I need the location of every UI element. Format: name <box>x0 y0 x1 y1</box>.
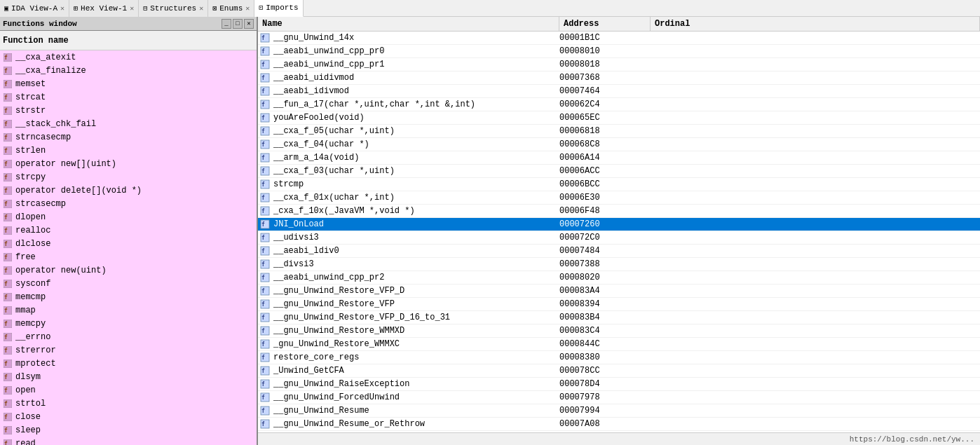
import-row[interactable]: f __fun_a_17(char *,uint,char *,int &,in… <box>258 98 980 111</box>
import-row-address: 00007484 <box>559 246 651 256</box>
import-row-address: 000068C8 <box>559 139 651 149</box>
import-row[interactable]: f __aeabi_unwind_cpp_pr100008018 <box>258 58 980 71</box>
functions-title: Functions window <box>3 20 77 28</box>
function-item[interactable]: f strtol <box>0 397 257 410</box>
function-item[interactable]: f sysconf <box>0 277 257 290</box>
function-item[interactable]: f dlopen <box>0 210 257 224</box>
tab-hex-view-1-label: Hex View-1 <box>81 4 127 13</box>
import-row[interactable]: f __gnu_Unwind_RaiseException000078D4 <box>258 378 980 391</box>
import-row[interactable]: f __udivsi3000072C0 <box>258 231 980 245</box>
maximize-button[interactable]: □ <box>233 19 243 29</box>
function-item[interactable]: f realloc <box>0 224 257 237</box>
function-item[interactable]: f memcpy <box>0 317 257 330</box>
import-row-icon: f <box>258 339 272 349</box>
function-item[interactable]: f free <box>0 250 257 263</box>
import-row[interactable]: f __gnu_Unwind_ForcedUnwind00007978 <box>258 391 980 404</box>
tab-enums-close[interactable]: ✕ <box>245 4 250 13</box>
import-row[interactable]: f __cxa_f_04(uchar *)000068C8 <box>258 138 980 151</box>
import-row[interactable]: f __divsi300007388 <box>258 258 980 271</box>
function-item[interactable]: f memcmp <box>0 290 257 303</box>
import-row[interactable]: f restore_core_regs00008380 <box>258 351 980 364</box>
function-item[interactable]: f open <box>0 383 257 397</box>
import-row[interactable]: f _gnu_Unwind_Restore_WMMXC0000844C <box>258 338 980 351</box>
import-row[interactable]: f __gnu_Unwind_Resume_or_Rethrow00007A08 <box>258 418 980 431</box>
function-item-name: dlsym <box>15 372 41 382</box>
function-item[interactable]: f strstr <box>0 104 257 117</box>
function-item[interactable]: f __errno <box>0 330 257 343</box>
function-item[interactable]: f mprotect <box>0 357 257 370</box>
import-row[interactable]: f __cxa_f_03(uchar *,uint)00006ACC <box>258 165 980 178</box>
import-row-icon: f <box>258 193 272 203</box>
import-row[interactable]: f __arm_a_14a(void)00006A14 <box>258 151 980 165</box>
svg-text:f: f <box>4 161 8 167</box>
function-item[interactable]: f strerror <box>0 343 257 357</box>
function-item-icon: f <box>3 425 13 435</box>
function-item-name: strcasecmp <box>15 199 66 209</box>
col-header-name[interactable]: Name <box>258 17 559 31</box>
function-item[interactable]: f close <box>0 410 257 423</box>
tab-ida-view-a[interactable]: ▣ IDA View-A ✕ <box>0 0 69 17</box>
import-row[interactable]: f _Unwind_GetCFA000078CC <box>258 364 980 378</box>
import-row[interactable]: f __gnu_Unwind_14x00001B1C <box>258 32 980 45</box>
tab-hex-view-1-close[interactable]: ✕ <box>130 4 134 13</box>
tab-structures-close[interactable]: ✕ <box>199 4 203 13</box>
svg-text:f: f <box>4 281 8 287</box>
tab-ida-view-a-close[interactable]: ✕ <box>60 4 64 13</box>
import-row[interactable]: f __gnu_Unwind_Restore_WMMXD000083C4 <box>258 324 980 338</box>
svg-text:f: f <box>261 235 265 241</box>
import-row[interactable]: f strcmp00006BCC <box>258 178 980 191</box>
function-item[interactable]: f strcat <box>0 90 257 104</box>
col-header-ordinal[interactable]: Ordinal <box>651 17 980 31</box>
import-row[interactable]: f __aeabi_idivmod00007464 <box>258 85 980 98</box>
close-button[interactable]: ✕ <box>244 19 254 29</box>
import-row[interactable]: f __cxa_f_01x(uchar *,int)00006E30 <box>258 191 980 205</box>
svg-text:f: f <box>4 348 8 354</box>
function-item[interactable]: f __cxa_atexit <box>0 50 257 64</box>
import-row[interactable]: f _cxa_f_10x(_JavaVM *,void *)00006F48 <box>258 205 980 218</box>
import-row[interactable]: f __gnu_Unwind_Restore_VFP00008394 <box>258 298 980 311</box>
function-item-name: __cxa_finalize <box>15 66 86 76</box>
function-item[interactable]: f dlsym <box>0 370 257 383</box>
import-row-name: __fun_a_17(char *,uint,char *,int &,int) <box>272 100 559 109</box>
function-item[interactable]: f __stack_chk_fail <box>0 117 257 130</box>
imports-view: Name Address Ordinal f __gnu_Unwind_14x0… <box>258 17 980 432</box>
import-row[interactable]: f __cxa_f_05(uchar *,uint)00006818 <box>258 125 980 138</box>
function-item[interactable]: f strncasecmp <box>0 130 257 144</box>
function-item[interactable]: f operator new[](uint) <box>0 157 257 170</box>
function-item-name: __cxa_atexit <box>15 53 76 62</box>
import-row[interactable]: f __gnu_Unwind_Restore_VFP_D000083A4 <box>258 285 980 298</box>
function-item[interactable]: f read <box>0 437 257 445</box>
function-item-icon: f <box>3 66 13 76</box>
minimize-button[interactable]: _ <box>222 19 231 29</box>
import-row[interactable]: f __aeabi_ldiv000007484 <box>258 245 980 258</box>
function-item[interactable]: f strcasecmp <box>0 197 257 210</box>
import-row[interactable]: f __aeabi_unwind_cpp_pr000008010 <box>258 45 980 58</box>
tab-structures[interactable]: ⊟ Structures ✕ <box>139 0 208 17</box>
import-row[interactable]: f youAreFooled(void)000065EC <box>258 111 980 125</box>
function-item-icon: f <box>3 292 13 302</box>
import-row[interactable]: f __aeabi_uidivmod00007368 <box>258 71 980 85</box>
import-row[interactable]: f __gnu_Unwind_Restore_VFP_D_16_to_31000… <box>258 311 980 324</box>
import-row[interactable]: f JNI_OnLoad00007260 <box>258 218 980 231</box>
import-row-name: __gnu_Unwind_Restore_WMMXD <box>272 326 559 336</box>
import-row-name: __cxa_f_03(uchar *,uint) <box>272 166 559 176</box>
tab-enums[interactable]: ⊠ Enums ✕ <box>208 0 254 17</box>
function-item-name: read <box>15 439 36 446</box>
function-item[interactable]: f strcpy <box>0 170 257 184</box>
import-row[interactable]: f __gnu_Unwind_Resume00007994 <box>258 404 980 418</box>
function-item[interactable]: f operator delete[](void *) <box>0 184 257 197</box>
imports-list[interactable]: f __gnu_Unwind_14x00001B1C f __aeabi_unw… <box>258 32 980 432</box>
function-item[interactable]: f strlen <box>0 144 257 157</box>
svg-text:f: f <box>261 221 265 228</box>
tab-hex-view-1[interactable]: ⊞ Hex View-1 ✕ <box>69 0 139 17</box>
import-row[interactable]: f __aeabi_unwind_cpp_pr200008020 <box>258 271 980 285</box>
function-item[interactable]: f memset <box>0 77 257 90</box>
function-item[interactable]: f __cxa_finalize <box>0 64 257 77</box>
function-item[interactable]: f sleep <box>0 423 257 437</box>
function-item[interactable]: f mmap <box>0 303 257 317</box>
functions-list[interactable]: f __cxa_atexit f __cxa_finalize f memset… <box>0 50 257 445</box>
tab-imports[interactable]: ⊡ Imports <box>254 0 303 17</box>
col-header-address[interactable]: Address <box>559 17 651 31</box>
function-item[interactable]: f dlclose <box>0 237 257 250</box>
function-item[interactable]: f operator new(uint) <box>0 263 257 277</box>
